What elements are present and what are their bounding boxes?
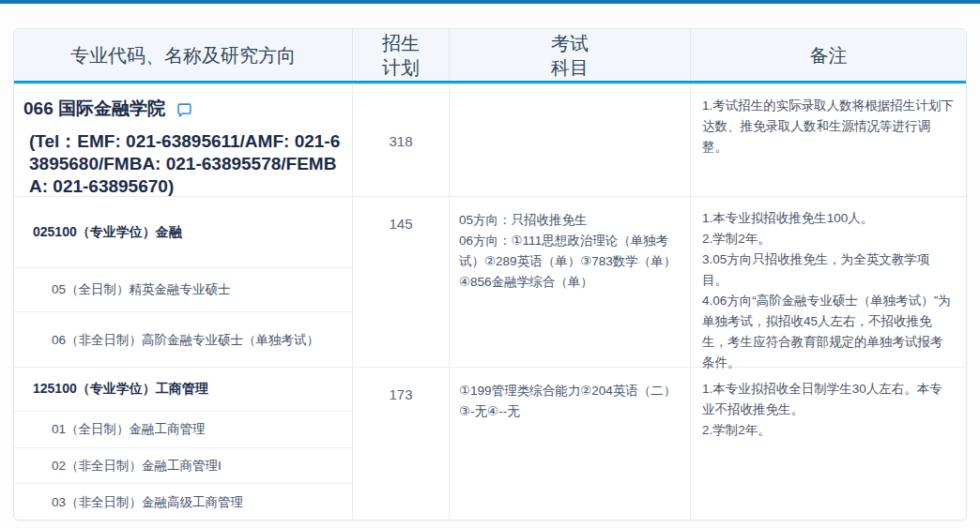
remark-125100: 1.本专业拟招收全日制学生30人左右。本专业不招收推免生。 2.学制2年。 xyxy=(691,368,966,520)
program-row-025100: 025100（专业学位）金融 xyxy=(14,197,352,268)
exam-subjects-025100: 05方向：只招收推免生 06方向：①111思想政治理论（单独考试）②289英语（… xyxy=(450,197,691,373)
plan-value-025100: 145 xyxy=(353,197,450,373)
program-column-025100: 025100（专业学位）金融 05（全日制）精英金融专业硕士 06（非全日制）高… xyxy=(14,197,353,373)
program-label: 025100（专业学位）金融 xyxy=(33,224,182,241)
plan-value-125100: 173 xyxy=(353,368,450,520)
plan-value-066: 318 xyxy=(353,84,450,198)
department-title-line: 066 国际金融学院 xyxy=(23,97,341,121)
direction-row-06: 06（非全日制）高阶金融专业硕士（单独考试） xyxy=(14,312,352,368)
program-column-125100: 125100（专业学位）工商管理 01（全日制）金融工商管理 02（非全日制）金… xyxy=(14,368,353,520)
section-row-025100: 025100（专业学位）金融 05（全日制）精英金融专业硕士 06（非全日制）高… xyxy=(14,196,966,367)
table-header-row: 专业代码、名称及研究方向 招生 计划 考试 科目 备注 xyxy=(14,29,966,83)
direction-row-02: 02（非全日制）金融工商管理I xyxy=(14,448,352,484)
direction-row-01: 01（全日制）金融工商管理 xyxy=(14,412,352,448)
direction-label: 03（非全日制）金融高级工商管理 xyxy=(52,494,243,511)
direction-label: 05（全日制）精英金融专业硕士 xyxy=(52,281,231,298)
header-enrollment-plan: 招生 计划 xyxy=(353,29,450,81)
remark-066: 1.考试招生的实际录取人数将根据招生计划下达数、推免录取人数和生源情况等进行调整… xyxy=(691,84,966,198)
admissions-table: 专业代码、名称及研究方向 招生 计划 考试 科目 备注 066 国际金融学院 (… xyxy=(13,28,967,520)
program-label: 125100（专业学位）工商管理 xyxy=(33,381,208,398)
direction-label: 02（非全日制）金融工商管理I xyxy=(52,458,222,475)
remark-025100: 1.本专业拟招收推免生100人。 2.学制2年。 3.05方向只招收推免生，为全… xyxy=(691,197,966,373)
top-accent-bar xyxy=(0,0,980,4)
direction-row-03: 03（非全日制）金融高级工商管理 xyxy=(14,484,352,520)
program-row-125100: 125100（专业学位）工商管理 xyxy=(14,368,352,412)
header-remarks: 备注 xyxy=(691,29,966,81)
section-row-125100: 125100（专业学位）工商管理 01（全日制）金融工商管理 02（非全日制）金… xyxy=(14,367,966,520)
exam-subjects-125100: ①199管理类综合能力②204英语（二）③-无④--无 xyxy=(450,368,691,520)
direction-label: 01（全日制）金融工商管理 xyxy=(52,421,206,438)
comment-bubble-icon[interactable] xyxy=(176,102,192,118)
header-major-code: 专业代码、名称及研究方向 xyxy=(14,29,353,81)
department-cell: 066 国际金融学院 (Tel：EMF: 021-63895611/AMF: 0… xyxy=(14,84,353,198)
section-row-066: 066 国际金融学院 (Tel：EMF: 021-63895611/AMF: 0… xyxy=(14,83,966,196)
direction-row-05: 05（全日制）精英金融专业硕士 xyxy=(14,268,352,312)
direction-label: 06（非全日制）高阶金融专业硕士（单独考试） xyxy=(52,332,319,349)
header-exam-subjects: 考试 科目 xyxy=(450,29,691,81)
department-tel: (Tel：EMF: 021-63895611/AMF: 021-63895680… xyxy=(23,130,341,198)
exam-subjects-066 xyxy=(450,84,691,198)
department-title: 066 国际金融学院 xyxy=(23,97,165,121)
